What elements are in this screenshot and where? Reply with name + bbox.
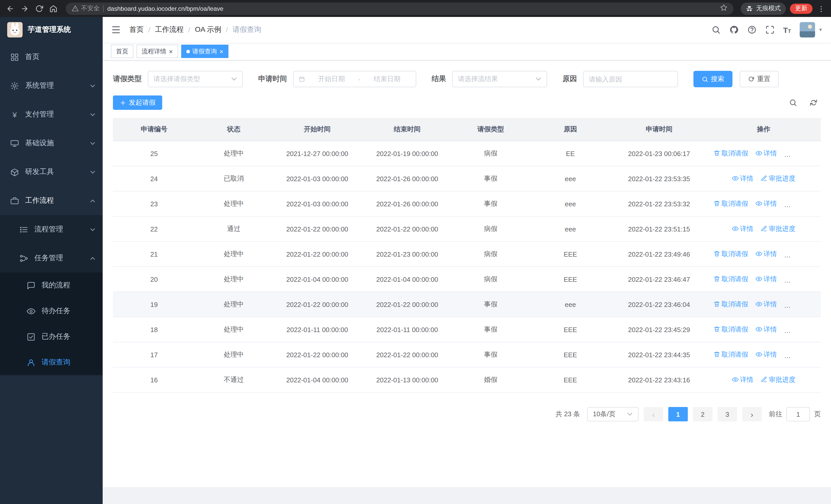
sidebar-item-done-tasks[interactable]: 已办任务 (0, 324, 103, 350)
sidebar-item-payment[interactable]: ¥ 支付管理 (0, 100, 103, 129)
sidebar-item-label: 研发工具 (25, 167, 54, 177)
incognito-label: 无痕模式 (756, 4, 781, 13)
security-label: 不安全 (81, 4, 99, 13)
cancel-leave-link[interactable]: 取消请假 (713, 199, 748, 208)
approval-progress-link[interactable]: 审批进度 (761, 375, 796, 384)
sidebar-item-infra[interactable]: 基础设施 (0, 129, 103, 157)
detail-link[interactable]: 详情 (755, 149, 777, 158)
browser-back-icon[interactable] (5, 3, 16, 13)
help-icon[interactable] (747, 25, 756, 34)
action-label: 取消请假 (721, 274, 748, 284)
reason-input[interactable] (583, 71, 678, 87)
cell-reason: EEE (529, 267, 611, 292)
page-button-1[interactable]: 1 (668, 407, 688, 421)
sidebar-item-todo-tasks[interactable]: 待办任务 (0, 298, 103, 324)
create-leave-button[interactable]: 发起请假 (113, 95, 162, 110)
cell-reason: eee (529, 166, 611, 191)
bookmark-star-icon[interactable] (720, 4, 727, 13)
detail-link[interactable]: 详情 (755, 300, 777, 309)
cell-apply-id: 25 (113, 141, 195, 166)
user-menu[interactable]: ▼ (800, 22, 823, 37)
browser-forward-icon[interactable] (20, 3, 30, 13)
sidebar-item-process-mgmt[interactable]: 流程管理 (0, 215, 103, 244)
cell-status: 通过 (195, 216, 272, 241)
github-icon[interactable] (729, 25, 739, 34)
sidebar-item-leave-query[interactable]: 请假查询 (0, 350, 103, 375)
detail-link[interactable]: 详情 (732, 375, 753, 384)
cell-reason: EEE (529, 367, 611, 392)
detail-link[interactable]: 详情 (755, 274, 777, 284)
browser-menu-icon[interactable]: ⋮ (816, 4, 826, 12)
app-main: 请假类型 请选择请假类型 申请时间 开始日期 (103, 61, 831, 504)
browser-refresh-icon[interactable] (34, 3, 44, 13)
cell-start-time: 2021-12-27 00:00:00 (272, 141, 362, 166)
sidebar-item-workflow[interactable]: 工作流程 (0, 186, 103, 215)
search-icon[interactable] (711, 25, 721, 34)
detail-link[interactable]: 详情 (755, 249, 777, 259)
page-button-2[interactable]: 2 (693, 407, 712, 421)
fullscreen-icon[interactable] (765, 25, 775, 34)
approval-progress-link[interactable]: 审批进度 (761, 174, 796, 183)
sidebar-item-my-process[interactable]: 我的流程 (0, 272, 103, 298)
close-icon[interactable]: × (220, 48, 223, 55)
cancel-leave-link[interactable]: 取消请假 (713, 249, 748, 259)
cancel-leave-link[interactable]: 取消请假 (713, 149, 748, 158)
sidebar-item-dev-tools[interactable]: 研发工具 (0, 157, 103, 186)
detail-link[interactable]: 详情 (755, 199, 777, 208)
next-page-button[interactable]: › (742, 407, 762, 421)
cell-actions: 取消请假详情审批进度 (707, 141, 821, 166)
detail-link[interactable]: 详情 (732, 174, 753, 183)
page-button-3[interactable]: 3 (718, 407, 737, 421)
cell-leave-type: 病假 (452, 141, 529, 166)
cancel-leave-link[interactable]: 取消请假 (713, 300, 748, 309)
trash-icon (713, 200, 720, 207)
omnibox-divider (103, 5, 104, 12)
goto-page-input[interactable] (786, 407, 810, 421)
page-size-select[interactable]: 10条/页 (587, 407, 638, 421)
cancel-leave-link[interactable]: 取消请假 (713, 274, 748, 284)
detail-link[interactable]: 详情 (755, 350, 777, 359)
search-button[interactable]: 搜索 (693, 71, 733, 87)
approval-progress-link[interactable]: 审批进度 (761, 224, 796, 234)
sidebar-item-system[interactable]: 系统管理 (0, 71, 103, 100)
cell-status: 处理中 (195, 342, 272, 367)
table-row: 21处理中2022-01-22 00:00:002022-01-23 00:00… (113, 241, 821, 267)
font-size-icon[interactable]: TT (783, 26, 791, 34)
reset-button[interactable]: 重置 (740, 71, 779, 87)
cancel-leave-link[interactable]: 取消请假 (713, 350, 748, 359)
eye-icon (732, 377, 739, 383)
app-logo[interactable]: 芋道管理系统 (0, 17, 103, 42)
tab-process-detail[interactable]: 流程详情 × (137, 45, 178, 58)
browser-update-button[interactable]: 更新 (790, 3, 812, 13)
table-row: 24已取消2022-01-03 00:00:002022-01-26 00:00… (113, 166, 821, 191)
end-date-placeholder: 结束日期 (364, 75, 411, 84)
refresh-table-icon[interactable] (809, 98, 818, 107)
breadcrumb-item[interactable]: 工作流程 (155, 25, 184, 34)
tab-leave-query[interactable]: 请假查询 × (181, 45, 228, 58)
tab-home[interactable]: 首页 (111, 45, 134, 58)
briefcase-icon (10, 196, 19, 205)
create-leave-label: 发起请假 (129, 98, 155, 107)
toggle-search-icon[interactable] (789, 98, 797, 107)
table-row: 25处理中2021-12-27 00:00:002022-01-19 00:00… (113, 141, 821, 166)
plus-icon (120, 99, 126, 106)
sidebar-item-home[interactable]: 首页 (0, 42, 103, 71)
sidebar-item-task-mgmt[interactable]: 任务管理 (0, 244, 103, 272)
collapse-sidebar-icon[interactable] (111, 25, 121, 35)
browser-toolbar: 不安全 dashboard.yudao.iocoder.cn/bpm/oa/le… (0, 0, 831, 17)
prev-page-button[interactable]: ‹ (643, 407, 663, 421)
close-icon[interactable]: × (169, 48, 173, 55)
leave-type-select[interactable]: 请选择请假类型 (148, 71, 243, 87)
address-bar[interactable]: 不安全 dashboard.yudao.iocoder.cn/bpm/oa/le… (66, 2, 734, 14)
browser-home-icon[interactable] (48, 3, 58, 13)
breadcrumb-item[interactable]: OA 示例 (195, 25, 222, 34)
cancel-leave-link[interactable]: 取消请假 (713, 325, 748, 334)
search-button-label: 搜索 (711, 75, 724, 84)
result-select[interactable]: 请选择流结果 (452, 71, 547, 87)
detail-link[interactable]: 详情 (732, 224, 753, 234)
breadcrumb-separator: / (189, 26, 191, 34)
not-secure-chip[interactable]: 不安全 (72, 4, 99, 13)
breadcrumb-item[interactable]: 首页 (130, 25, 144, 34)
detail-link[interactable]: 详情 (755, 325, 777, 334)
apply-time-range-picker[interactable]: 开始日期 - 结束日期 (293, 71, 416, 87)
